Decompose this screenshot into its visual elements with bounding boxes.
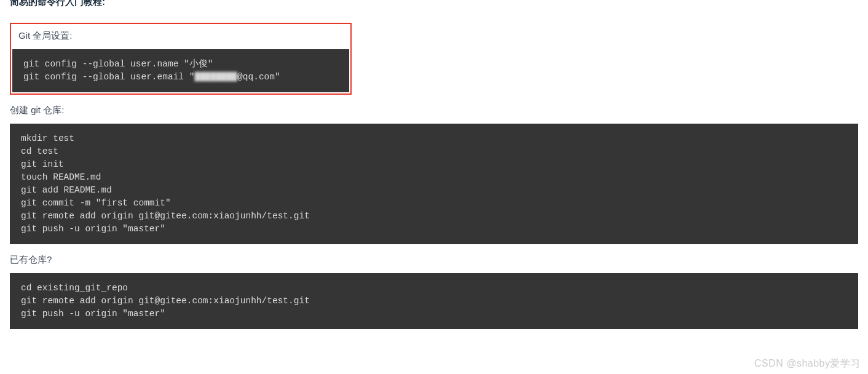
page-title: 简易的命令行入门教程: [10, 0, 858, 8]
existing-repo-code: cd existing_git_repo git remote add orig… [10, 273, 858, 329]
git-global-settings-code: git config --global user.name "小俊" git c… [12, 49, 349, 92]
git-global-settings-heading: Git 全局设置: [18, 30, 349, 42]
code-text-prefix: git config --global user.name "小俊" git c… [23, 59, 213, 82]
content-container: 简易的命令行入门教程: Git 全局设置: git config --globa… [0, 0, 868, 339]
watermark: CSDN @shabby爱学习 [754, 357, 861, 370]
create-repo-code: mkdir test cd test git init touch README… [10, 124, 858, 244]
code-text-suffix: @qq.com" [237, 72, 280, 82]
highlighted-section: Git 全局设置: git config --global user.name … [10, 23, 352, 95]
redacted-email: ████████ [194, 71, 237, 84]
create-repo-heading: 创建 git 仓库: [10, 105, 858, 116]
existing-repo-heading: 已有仓库? [10, 254, 858, 266]
